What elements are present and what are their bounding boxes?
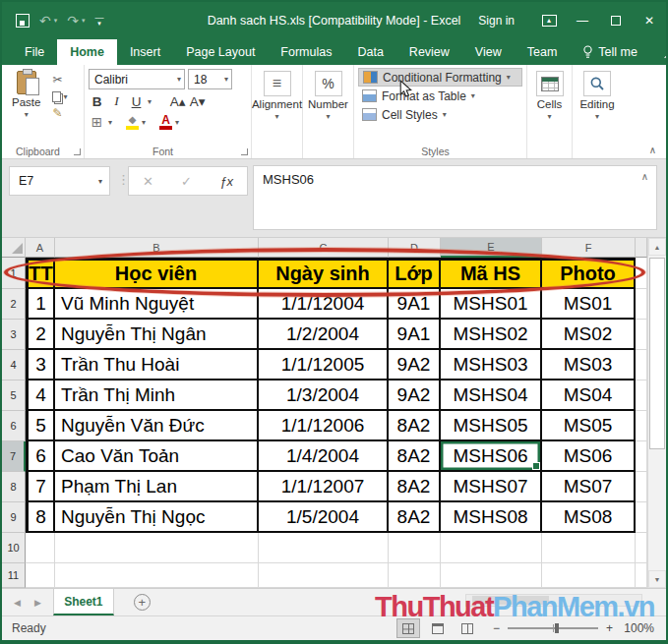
collapse-formula-bar-icon[interactable]: ∧ — [641, 171, 648, 182]
bold-button[interactable]: B — [89, 92, 105, 110]
zoom-in-button[interactable]: + — [606, 621, 613, 635]
cell-E2[interactable]: MSHS01 — [441, 289, 542, 320]
underline-caret-icon[interactable]: ▾ — [148, 97, 152, 106]
cell-partial-6[interactable] — [636, 411, 647, 441]
zoom-level[interactable]: 100% — [621, 621, 656, 635]
cells-button[interactable]: Cells ▾ — [531, 69, 568, 123]
cell-A5[interactable]: 4 — [26, 381, 55, 411]
cell-C9[interactable]: 1/5/2004 — [259, 502, 389, 533]
cell-partial-4[interactable] — [636, 350, 647, 381]
cell-F7[interactable]: MS06 — [542, 441, 636, 472]
cell-E11[interactable] — [441, 563, 542, 588]
new-sheet-button[interactable]: + — [134, 594, 151, 611]
tab-file[interactable]: File — [12, 39, 57, 65]
select-all-corner[interactable] — [2, 238, 26, 258]
formula-input[interactable]: MSHS06 ∧ — [253, 165, 657, 230]
cell-C11[interactable] — [259, 563, 389, 588]
cell-E1[interactable]: Mã HS — [441, 258, 542, 289]
redo-icon[interactable]: ↷ — [67, 13, 79, 29]
cell-F6[interactable]: MS05 — [542, 411, 636, 441]
prev-sheet-icon[interactable]: ◀ — [14, 598, 21, 608]
cell-D8[interactable]: 8A2 — [389, 472, 441, 502]
cell-E10[interactable] — [441, 533, 542, 563]
cell-C10[interactable] — [259, 533, 389, 563]
cell-F2[interactable]: MS01 — [542, 289, 636, 320]
cell-B1[interactable]: Học viên — [55, 258, 259, 289]
cell-B10[interactable] — [55, 533, 259, 563]
tab-tell-me[interactable]: Tell me — [570, 39, 650, 65]
editing-button[interactable]: Editing ▾ — [577, 69, 618, 123]
cell-partial-2[interactable] — [636, 289, 647, 320]
tab-page-layout[interactable]: Page Layout — [173, 39, 268, 65]
tab-data[interactable]: Data — [344, 39, 395, 65]
zoom-slider-thumb[interactable] — [555, 623, 559, 633]
cell-C5[interactable]: 1/3/2004 — [259, 381, 389, 411]
vertical-scrollbar[interactable]: ▲ ▼ — [647, 238, 666, 588]
row-header-11[interactable]: 11 — [2, 563, 26, 588]
format-as-table-button[interactable]: Format as Table ▾ — [358, 87, 522, 105]
name-box[interactable]: E7 ▾ — [9, 166, 110, 196]
tab-view[interactable]: View — [462, 39, 515, 65]
row-header-2[interactable]: 2 — [2, 289, 26, 320]
cell-A7[interactable]: 6 — [26, 441, 55, 472]
row-header-6[interactable]: 6 — [2, 411, 26, 441]
cell-A9[interactable]: 8 — [26, 502, 55, 533]
scroll-up-icon[interactable]: ▲ — [648, 238, 666, 256]
cell-F8[interactable]: MS07 — [542, 472, 636, 502]
cell-F3[interactable]: MS02 — [542, 320, 636, 350]
enter-button[interactable]: ✓ — [181, 174, 192, 189]
italic-button[interactable]: I — [108, 92, 125, 110]
name-box-caret-icon[interactable]: ▾ — [91, 177, 109, 186]
cell-partial-9[interactable] — [636, 502, 647, 533]
alignment-button[interactable]: ≡ Alignment ▾ — [256, 69, 298, 123]
cell-D1[interactable]: Lớp — [389, 258, 441, 289]
tab-insert[interactable]: Insert — [117, 39, 173, 65]
cell-C3[interactable]: 1/2/2004 — [259, 320, 389, 350]
next-sheet-icon[interactable]: ▶ — [34, 598, 41, 608]
borders-button[interactable]: ⊞ — [89, 113, 105, 131]
cell-C2[interactable]: 1/1/12004 — [259, 289, 389, 320]
clipboard-dialog-launcher[interactable] — [74, 148, 81, 155]
cell-partial-7[interactable] — [636, 441, 647, 472]
cell-B2[interactable]: Vũ Minh Nguyệt — [55, 289, 259, 320]
cell-partial-5[interactable] — [636, 381, 647, 411]
cell-A10[interactable] — [26, 533, 55, 563]
cell-F10[interactable] — [542, 533, 636, 563]
paste-button[interactable]: Paste ▾ — [6, 69, 46, 143]
row-header-4[interactable]: 4 — [2, 350, 26, 381]
cell-B6[interactable]: Nguyễn Văn Đức — [55, 411, 259, 441]
tab-home[interactable]: Home — [57, 39, 117, 65]
font-color-button[interactable]: A — [159, 114, 172, 130]
column-header-partial[interactable] — [636, 238, 647, 258]
tab-review[interactable]: Review — [396, 39, 462, 65]
cell-D7[interactable]: 8A2 — [389, 441, 441, 472]
cell-A4[interactable]: 3 — [26, 350, 55, 381]
row-header-9[interactable]: 9 — [2, 502, 26, 533]
cell-D6[interactable]: 8A2 — [389, 411, 441, 441]
column-header-e[interactable]: E — [441, 238, 542, 258]
row-header-1[interactable]: 1 — [2, 258, 26, 289]
cell-C6[interactable]: 1/1/12006 — [259, 411, 389, 441]
cell-B7[interactable]: Cao Văn Toản — [55, 441, 259, 472]
column-header-c[interactable]: C — [259, 238, 389, 258]
cell-E7[interactable]: MSHS06 — [441, 441, 542, 472]
row-header-10[interactable]: 10 — [2, 533, 26, 563]
cell-A2[interactable]: 1 — [26, 289, 55, 320]
cell-partial-1[interactable] — [636, 258, 647, 289]
cell-D4[interactable]: 9A2 — [389, 350, 441, 381]
zoom-out-button[interactable]: − — [493, 621, 500, 635]
maximize-button[interactable] — [599, 2, 633, 39]
cell-D3[interactable]: 9A1 — [389, 320, 441, 350]
vertical-scroll-thumb[interactable] — [649, 258, 665, 449]
number-button[interactable]: % Number ▾ — [307, 69, 349, 123]
minimize-button[interactable]: — — [566, 2, 599, 39]
collapse-ribbon-button[interactable]: ∧ — [649, 145, 656, 155]
zoom-slider[interactable] — [508, 627, 598, 629]
cell-D5[interactable]: 9A2 — [389, 381, 441, 411]
conditional-formatting-button[interactable]: Conditional Formatting ▾ — [358, 68, 522, 87]
cell-E6[interactable]: MSHS05 — [441, 411, 542, 441]
cell-C7[interactable]: 1/4/2004 — [259, 441, 389, 472]
cell-E8[interactable]: MSHS07 — [441, 472, 542, 502]
font-name-select[interactable]: Calibri▾ — [89, 69, 185, 89]
row-header-7[interactable]: 7 — [2, 441, 26, 472]
